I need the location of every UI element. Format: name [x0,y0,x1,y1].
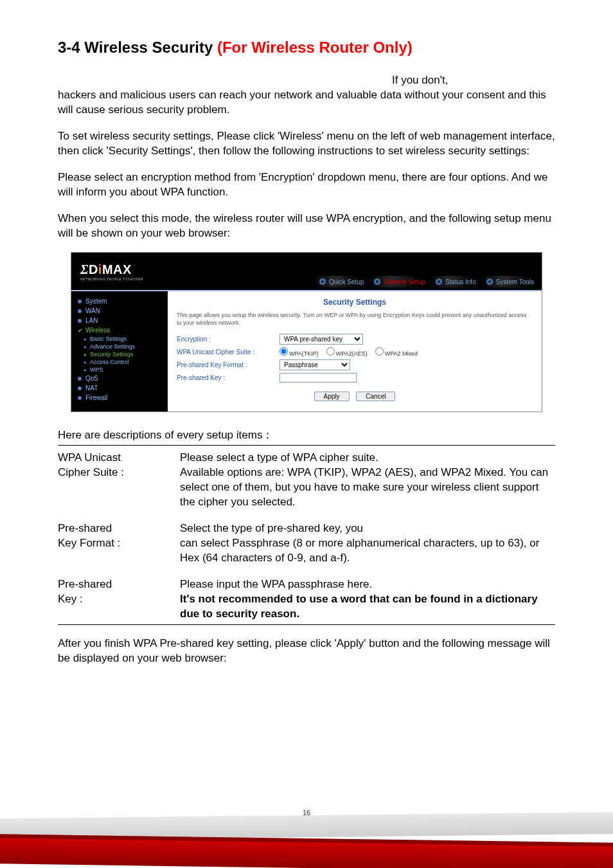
sidebar-item-wan[interactable]: WAN [78,306,168,316]
sidebar-item-label: Basic Settings [90,336,127,342]
svg-point-1 [321,281,324,284]
section-title: Security Settings [177,298,533,307]
gear-icon [318,277,327,286]
def-row-format: Pre-sharedKey Format : Select the type o… [58,521,555,566]
label-format: Pre-shared Key Format : [177,361,280,368]
def-desc-plain: Please input the WPA passphrase here. [180,578,372,590]
button-row: Apply Cancel [177,385,533,404]
def-row-key: Pre-sharedKey : Please input the WPA pas… [58,577,555,622]
tab-label: Quick Setup [329,278,364,285]
sidebar-sub-access[interactable]: Access Control [78,358,168,366]
def-term: WPA UnicastCipher Suite : [58,451,180,510]
logo: ΣDiMAX NETWORKING PEOPLE TOGETHER [71,253,187,290]
format-select[interactable]: Passphrase [280,359,350,370]
def-desc: Please select a type of WPA cipher suite… [180,451,555,510]
sidebar-item-label: System [85,298,107,305]
gear-icon [485,277,494,286]
row-format: Pre-shared Key Format : Passphrase [177,359,533,370]
svg-point-3 [377,281,379,284]
sidebar-sub-security[interactable]: Security Settings [78,350,168,358]
after-paragraph: After you finish WPA Pre-shared key sett… [58,637,555,666]
sidebar-sub-advance[interactable]: Advance Settings [78,343,168,350]
sidebar: System WAN LAN Wireless Basic Settings A… [71,291,168,411]
sidebar-item-label: WAN [85,307,100,314]
gear-icon [434,277,443,286]
label-encryption: Encryption : [177,336,280,343]
sidebar-item-label: Access Control [90,359,129,365]
sidebar-item-label: Advance Settings [90,343,135,350]
sidebar-item-label: WPS [90,366,103,373]
tab-system-tools[interactable]: System Tools [481,276,538,287]
gear-icon [373,277,382,286]
label-key: Pre-shared Key : [177,374,280,381]
radio-input[interactable] [375,347,384,356]
radio-label: WPA2(AES) [336,350,368,357]
sidebar-item-system[interactable]: System [78,296,168,306]
sidebar-item-label: QoS [85,375,98,382]
sidebar-sub-basic[interactable]: Basic Settings [78,335,168,343]
p1b: hackers and malicious users can reach yo… [58,89,546,116]
cancel-button[interactable]: Cancel [356,392,395,401]
content-panel: Security Settings This page allows you s… [168,291,542,411]
tab-quick-setup[interactable]: Quick Setup [314,276,368,287]
paragraph-1: If you don't, hackers and malicious user… [58,73,555,118]
tab-general-setup[interactable]: General Setup [369,276,429,287]
sidebar-item-label: NAT [85,384,98,392]
section-description: This page allows you setup the wireless … [177,312,533,327]
title-prefix: 3-4 Wireless Security [58,39,217,56]
sidebar-item-label: Security Settings [90,351,134,357]
row-cipher: WPA Unicast Cipher Suite : WPA(TKIP) WPA… [177,347,533,357]
tab-label: System Tools [496,278,534,285]
sidebar-item-qos[interactable]: QoS [78,374,168,383]
def-term: Pre-sharedKey : [58,577,180,622]
sidebar-item-wireless[interactable]: Wireless [78,325,168,335]
p1a: If you don't, [392,74,448,86]
cipher-radio-group: WPA(TKIP) WPA2(AES) WPA2 Mixed [280,347,533,357]
tab-label: Status Info [445,278,476,285]
sidebar-item-label: Wireless [85,327,110,334]
sidebar-item-label: LAN [85,317,98,324]
radio-input[interactable] [326,347,335,356]
radio-label: WPA2 Mixed [385,350,418,357]
svg-point-5 [438,281,440,284]
sidebar-item-lan[interactable]: LAN [78,316,168,325]
sidebar-item-firewall[interactable]: Firewall [78,393,168,402]
apply-button[interactable]: Apply [314,392,350,401]
encryption-select[interactable]: WPA pre-shared key [280,334,363,345]
page-title: 3-4 Wireless Security (For Wireless Rout… [58,39,555,57]
tabs: Quick Setup General Setup Status Info Sy… [314,276,538,287]
paragraph-3: Please select an encryption method from … [58,170,555,200]
def-desc: Please input the WPA passphrase here. It… [180,577,555,622]
divider [58,445,555,446]
paragraph-4: When you select this mode, the wireless … [58,212,555,241]
radio-wpa-tkip[interactable]: WPA(TKIP) [280,347,319,357]
footer-decoration [0,804,613,868]
definitions: Here are descriptions of every setup ite… [58,428,555,624]
title-suffix: (For Wireless Router Only) [217,39,413,56]
radio-label: WPA(TKIP) [289,350,319,357]
red-band [0,834,613,868]
svg-point-7 [488,281,491,284]
tab-label: General Setup [384,278,425,285]
key-input[interactable] [280,373,357,383]
tab-status-info[interactable]: Status Info [431,276,480,287]
screenshot: ΣDiMAX NETWORKING PEOPLE TOGETHER Quick … [71,252,542,412]
sidebar-item-nat[interactable]: NAT [78,383,168,393]
radio-wpa2-mixed[interactable]: WPA2 Mixed [375,347,418,357]
logo-subtitle: NETWORKING PEOPLE TOGETHER [80,277,143,281]
def-desc-bold: It's not recommended to use a word that … [180,593,538,620]
defs-intro: Here are descriptions of every setup ite… [58,428,555,442]
sidebar-sub-wps[interactable]: WPS [78,366,168,374]
sidebar-item-label: Firewall [85,394,107,401]
def-row-cipher: WPA UnicastCipher Suite : Please select … [58,451,555,510]
logo-text: ΣDiMAX [80,262,143,277]
def-desc: Select the type of pre-shared key, you c… [180,521,555,566]
row-key: Pre-shared Key : [177,373,533,383]
def-term: Pre-sharedKey Format : [58,521,180,566]
radio-input[interactable] [280,347,288,356]
divider [58,624,555,625]
row-encryption: Encryption : WPA pre-shared key [177,334,533,345]
label-cipher: WPA Unicast Cipher Suite : [177,348,280,356]
paragraph-2: To set wireless security settings, Pleas… [58,129,555,159]
radio-wpa2-aes[interactable]: WPA2(AES) [326,347,368,357]
